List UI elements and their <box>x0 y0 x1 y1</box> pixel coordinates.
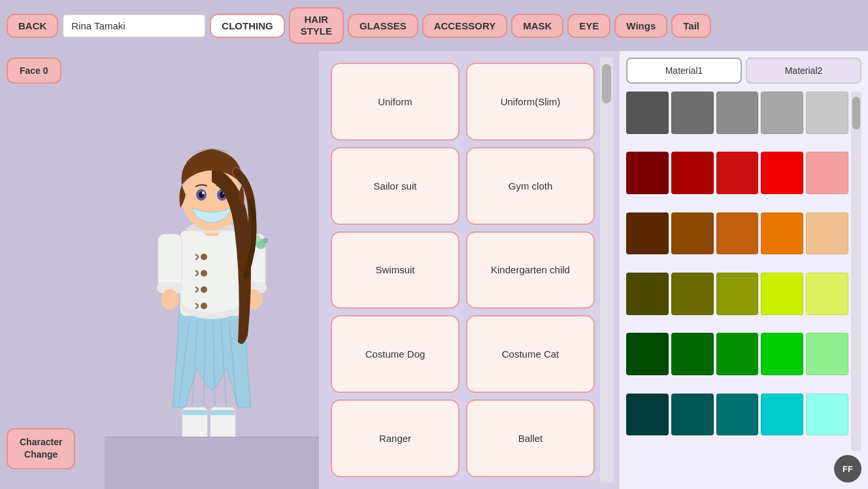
svg-point-14 <box>201 254 207 260</box>
color-grid <box>626 92 848 451</box>
color-panel: Material1 Material2 FF <box>620 51 868 489</box>
clothing-costume-dog[interactable]: Costume Dog <box>331 315 459 393</box>
clothing-scrollbar[interactable] <box>600 58 613 482</box>
color-scrollbar[interactable] <box>851 92 861 451</box>
color-swatch-15[interactable] <box>626 273 669 315</box>
color-swatch-18[interactable] <box>761 273 803 315</box>
clothing-uniform[interactable]: Uniform <box>331 63 459 141</box>
svg-point-17 <box>201 303 207 309</box>
color-swatch-13[interactable] <box>761 212 803 255</box>
color-swatch-12[interactable] <box>716 212 759 255</box>
color-swatch-27[interactable] <box>716 394 759 436</box>
svg-rect-6 <box>210 410 235 415</box>
ground-plane <box>105 437 319 489</box>
svg-point-16 <box>201 286 207 293</box>
clothing-gym-cloth[interactable]: Gym cloth <box>466 147 595 225</box>
svg-rect-5 <box>182 410 207 415</box>
color-swatch-1[interactable] <box>671 92 714 134</box>
svg-point-20 <box>161 289 178 310</box>
character-viewport <box>105 51 319 489</box>
clothing-grid: Uniform Uniform(Slim) Sailor suit Gym cl… <box>326 58 600 482</box>
color-swatch-25[interactable] <box>626 394 669 436</box>
clothing-ranger[interactable]: Ranger <box>331 399 459 477</box>
svg-point-26 <box>263 238 268 243</box>
character-model <box>127 87 297 453</box>
color-swatch-0[interactable] <box>626 92 669 134</box>
tab-hairstyle[interactable]: HAIRSTYLE <box>289 7 344 44</box>
clothing-uniform-slim[interactable]: Uniform(Slim) <box>466 63 595 141</box>
color-swatch-26[interactable] <box>671 394 714 436</box>
color-swatch-17[interactable] <box>716 273 759 315</box>
color-swatch-9[interactable] <box>806 152 848 194</box>
color-swatch-4[interactable] <box>806 92 848 134</box>
color-swatch-8[interactable] <box>761 152 803 194</box>
character-name-input[interactable] <box>62 14 206 38</box>
color-swatch-11[interactable] <box>671 212 714 255</box>
tab-eye[interactable]: EYE <box>567 14 610 38</box>
color-swatch-16[interactable] <box>671 273 714 315</box>
color-swatch-24[interactable] <box>806 333 848 375</box>
color-swatch-2[interactable] <box>716 92 759 134</box>
color-swatch-22[interactable] <box>716 333 759 375</box>
color-swatch-23[interactable] <box>761 333 803 375</box>
svg-rect-18 <box>158 234 182 290</box>
character-change-button[interactable]: Character Change <box>7 428 75 469</box>
back-button[interactable]: BACK <box>7 14 58 38</box>
color-swatch-7[interactable] <box>716 152 759 194</box>
face-button[interactable]: Face 0 <box>7 58 61 84</box>
svg-point-15 <box>201 270 207 277</box>
tab-tail[interactable]: Tail <box>671 14 711 38</box>
clothing-kindergarten[interactable]: Kindergarten child <box>466 231 595 309</box>
tab-glasses[interactable]: GLASSES <box>348 14 418 38</box>
clothing-costume-cat[interactable]: Costume Cat <box>466 315 595 393</box>
color-swatch-21[interactable] <box>671 333 714 375</box>
color-swatch-28[interactable] <box>761 394 803 436</box>
top-navigation: BACK CLOTHING HAIRSTYLE GLASSES ACCESSOR… <box>0 0 868 51</box>
clothing-swimsuit[interactable]: Swimsuit <box>331 231 459 309</box>
tab-clothing[interactable]: CLOTHING <box>210 14 284 38</box>
color-scroll-thumb[interactable] <box>852 97 860 129</box>
clothing-ballet[interactable]: Ballet <box>466 399 595 477</box>
color-swatch-14[interactable] <box>806 212 848 255</box>
material2-tab[interactable]: Material2 <box>746 58 861 84</box>
color-swatch-3[interactable] <box>761 92 803 134</box>
color-swatch-5[interactable] <box>626 152 669 194</box>
left-panel: Face 0 Character Change <box>0 51 105 489</box>
svg-rect-13 <box>180 231 243 316</box>
color-swatch-19[interactable] <box>806 273 848 315</box>
color-swatch-6[interactable] <box>671 152 714 194</box>
color-swatch-20[interactable] <box>626 333 669 375</box>
ff-badge: FF <box>834 455 861 482</box>
tab-mask[interactable]: MASK <box>511 14 563 38</box>
color-swatch-10[interactable] <box>626 212 669 255</box>
tab-wings[interactable]: Wings <box>614 14 667 38</box>
clothing-scroll-thumb[interactable] <box>602 64 611 103</box>
svg-point-33 <box>202 192 205 194</box>
color-swatch-29[interactable] <box>806 394 848 436</box>
material-tabs: Material1 Material2 <box>626 58 861 84</box>
material1-tab[interactable]: Material1 <box>626 58 742 84</box>
clothing-sailor-suit[interactable]: Sailor suit <box>331 147 459 225</box>
tab-accessory[interactable]: ACCESSORY <box>422 14 507 38</box>
main-area: Face 0 Character Change <box>0 51 868 489</box>
clothing-panel: Uniform Uniform(Slim) Sailor suit Gym cl… <box>319 51 620 489</box>
